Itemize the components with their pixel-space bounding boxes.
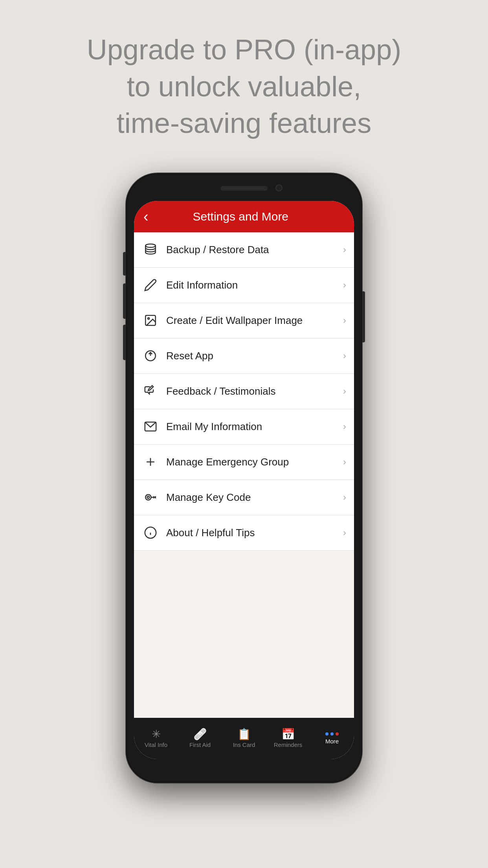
- phone-button-mute: [123, 252, 126, 276]
- wallpaper-label: Create / Edit Wallpaper Image: [166, 314, 343, 327]
- about-chevron: ›: [343, 527, 346, 538]
- phone-speaker: [220, 186, 268, 191]
- wallpaper-chevron: ›: [343, 315, 346, 326]
- tab-more[interactable]: More: [310, 718, 354, 759]
- database-icon: [142, 241, 159, 258]
- menu-item-about[interactable]: About / Helpful Tips ›: [134, 515, 354, 551]
- phone-frame: ‹ Settings and More: [126, 173, 362, 783]
- backup-chevron: ›: [343, 244, 346, 255]
- phone-button-vol-up: [123, 283, 126, 319]
- menu-item-feedback[interactable]: Feedback / Testimonials ›: [134, 374, 354, 409]
- about-label: About / Helpful Tips: [166, 527, 343, 539]
- menu-item-reset[interactable]: Reset App ›: [134, 338, 354, 374]
- headline-line3: time-saving features: [117, 107, 371, 139]
- tab-vital-info[interactable]: ✳ Vital Info: [134, 718, 178, 759]
- info-icon: [142, 524, 159, 541]
- key-icon: [142, 489, 159, 506]
- reset-icon: [142, 347, 159, 364]
- backup-label: Backup / Restore Data: [166, 244, 343, 256]
- tab-bar: ✳ Vital Info 🩹 First Aid 📋 Ins Card: [134, 718, 354, 759]
- tab-reminders[interactable]: 📅 Reminders: [266, 718, 310, 759]
- topbar-title: Settings and More: [152, 210, 329, 223]
- svg-point-0: [145, 244, 156, 248]
- svg-point-7: [145, 495, 151, 500]
- keycode-label: Manage Key Code: [166, 491, 343, 504]
- tab-first-aid[interactable]: 🩹 First Aid: [178, 718, 222, 759]
- asterisk-icon: ✳: [152, 729, 161, 740]
- menu-item-keycode[interactable]: Manage Key Code ›: [134, 480, 354, 515]
- menu-item-emergency[interactable]: Manage Emergency Group ›: [134, 445, 354, 480]
- edit-info-label: Edit Information: [166, 279, 343, 291]
- email-label: Email My Information: [166, 421, 343, 433]
- headline: Upgrade to PRO (in-app) to unlock valuab…: [48, 0, 440, 166]
- tab-ins-card[interactable]: 📋 Ins Card: [222, 718, 266, 759]
- headline-line2: to unlock valuable,: [127, 71, 361, 102]
- feedback-label: Feedback / Testimonials: [166, 385, 343, 397]
- edit-info-chevron: ›: [343, 280, 346, 291]
- reset-label: Reset App: [166, 350, 343, 362]
- app-topbar: ‹ Settings and More: [134, 201, 354, 232]
- feedback-icon: [142, 383, 159, 400]
- menu-item-wallpaper[interactable]: Create / Edit Wallpaper Image ›: [134, 303, 354, 338]
- calendar-icon: 📅: [281, 729, 295, 740]
- bandage-icon: 🩹: [193, 729, 207, 740]
- image-icon: [142, 312, 159, 329]
- tab-ins-card-label: Ins Card: [233, 741, 255, 748]
- plus-circle-icon: [142, 453, 159, 471]
- pencil-icon: [142, 276, 159, 294]
- card-icon: 📋: [237, 729, 251, 740]
- phone-button-power: [362, 291, 365, 342]
- svg-point-2: [148, 318, 149, 319]
- emergency-label: Manage Emergency Group: [166, 456, 343, 468]
- feedback-chevron: ›: [343, 386, 346, 397]
- phone-button-vol-down: [123, 325, 126, 360]
- tab-more-label: More: [325, 738, 339, 745]
- menu-list: Backup / Restore Data › Edit Information…: [134, 232, 354, 718]
- email-icon: [142, 418, 159, 435]
- menu-item-backup[interactable]: Backup / Restore Data ›: [134, 232, 354, 268]
- phone-camera: [275, 184, 283, 191]
- svg-point-8: [147, 496, 150, 498]
- tab-vital-info-label: Vital Info: [145, 741, 167, 748]
- emergency-chevron: ›: [343, 456, 346, 467]
- keycode-chevron: ›: [343, 492, 346, 503]
- tab-first-aid-label: First Aid: [189, 741, 211, 748]
- headline-line1: Upgrade to PRO (in-app): [87, 34, 401, 65]
- dots-icon: [325, 732, 339, 736]
- menu-item-edit-info[interactable]: Edit Information ›: [134, 268, 354, 303]
- back-button[interactable]: ‹: [143, 209, 149, 224]
- reset-chevron: ›: [343, 350, 346, 361]
- email-chevron: ›: [343, 421, 346, 432]
- menu-item-email[interactable]: Email My Information ›: [134, 409, 354, 445]
- phone-mockup: ‹ Settings and More: [126, 173, 362, 783]
- tab-reminders-label: Reminders: [274, 741, 303, 748]
- phone-screen: ‹ Settings and More: [134, 201, 354, 759]
